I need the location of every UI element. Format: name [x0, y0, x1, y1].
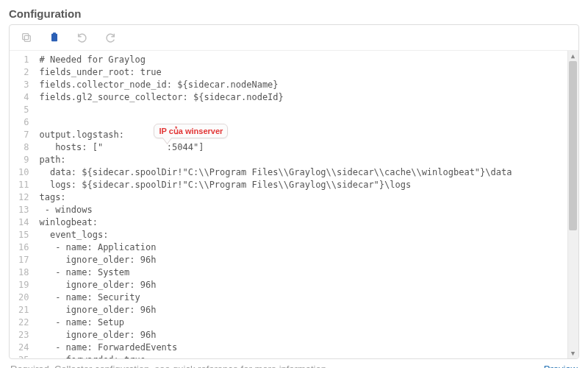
line-number: 7 — [18, 129, 29, 141]
editor-footer: Required. Collector configuration, see q… — [9, 359, 579, 368]
code-line[interactable]: logs: ${sidecar.spoolDir!"C:\\Program Fi… — [39, 179, 576, 191]
line-number: 4 — [18, 91, 29, 104]
code-line[interactable]: data: ${sidecar.spoolDir!"C:\\Program Fi… — [39, 166, 576, 179]
code-line[interactable]: forwarded: true — [39, 354, 576, 358]
code-line[interactable]: path: — [39, 154, 576, 166]
line-number: 19 — [18, 279, 29, 291]
line-gutter: 1234567891011121314151617181920212223242… — [10, 51, 35, 358]
line-number: 15 — [18, 229, 29, 241]
line-number: 2 — [18, 66, 29, 79]
svg-rect-3 — [53, 32, 56, 35]
code-line[interactable]: ignore_older: 96h — [39, 329, 576, 342]
line-number: 5 — [18, 104, 29, 116]
line-number: 9 — [18, 154, 29, 166]
line-number: 17 — [18, 254, 29, 266]
code-line[interactable]: - name: Security — [39, 291, 576, 304]
scroll-up-icon[interactable]: ▲ — [569, 52, 577, 60]
code-line[interactable]: fields.collector_node_id: ${sidecar.node… — [39, 79, 576, 91]
scrollbar-track[interactable]: ▲ ▼ — [567, 51, 578, 358]
scrollbar-thumb[interactable] — [569, 61, 577, 230]
scroll-down-icon[interactable]: ▼ — [569, 349, 577, 358]
code-line[interactable]: winlogbeat: — [39, 216, 576, 229]
code-line[interactable] — [39, 104, 576, 116]
editor-box: 1234567891011121314151617181920212223242… — [9, 24, 579, 359]
code-line[interactable]: ignore_older: 96h — [39, 279, 576, 291]
line-number: 16 — [18, 241, 29, 254]
page-title: Configuration — [9, 7, 579, 20]
code-line[interactable]: ignore_older: 96h — [39, 304, 576, 316]
line-number: 11 — [18, 179, 29, 191]
code-line[interactable]: - name: ForwardedEvents — [39, 342, 576, 354]
code-line[interactable]: hosts: [" :5044"] — [39, 141, 576, 154]
copy-icon[interactable] — [20, 31, 33, 44]
code-line[interactable]: # Needed for Graylog — [39, 54, 576, 66]
line-number: 6 — [18, 116, 29, 129]
undo-icon[interactable] — [76, 31, 89, 44]
line-number: 21 — [18, 304, 29, 316]
line-number: 10 — [18, 166, 29, 179]
line-number: 1 — [18, 54, 29, 66]
line-number: 18 — [18, 266, 29, 279]
help-text: Required. Collector configuration, see q… — [10, 364, 329, 368]
svg-rect-1 — [23, 34, 29, 40]
editor-toolbar — [10, 25, 578, 51]
paste-icon[interactable] — [48, 31, 61, 44]
svg-rect-0 — [24, 35, 30, 41]
code-line[interactable]: ignore_older: 96h — [39, 254, 576, 266]
code-line[interactable]: - name: Application — [39, 241, 576, 254]
line-number: 24 — [18, 342, 29, 354]
code-line[interactable]: output.logstash: — [39, 129, 576, 141]
code-line[interactable]: tags: — [39, 191, 576, 204]
line-number: 25 — [18, 354, 29, 359]
line-number: 22 — [18, 316, 29, 329]
code-line[interactable]: fields.gl2_source_collector: ${sidecar.n… — [39, 91, 576, 104]
code-line[interactable]: event_logs: — [39, 229, 576, 241]
preview-link[interactable]: Preview — [544, 364, 578, 368]
code-line[interactable]: fields_under_root: true — [39, 66, 576, 79]
code-line[interactable]: - windows — [39, 204, 576, 216]
code-line[interactable] — [39, 116, 576, 129]
line-number: 12 — [18, 191, 29, 204]
line-number: 23 — [18, 329, 29, 342]
line-number: 13 — [18, 204, 29, 216]
code-content[interactable]: IP của winserver # Needed for Graylogfie… — [35, 51, 578, 358]
line-number: 8 — [18, 141, 29, 154]
line-number: 14 — [18, 216, 29, 229]
line-number: 20 — [18, 291, 29, 304]
line-number: 3 — [18, 79, 29, 91]
code-line[interactable]: - name: Setup — [39, 316, 576, 329]
code-line[interactable]: - name: System — [39, 266, 576, 279]
svg-rect-2 — [51, 34, 57, 42]
code-editor[interactable]: 1234567891011121314151617181920212223242… — [10, 51, 578, 358]
redo-icon[interactable] — [104, 31, 117, 44]
